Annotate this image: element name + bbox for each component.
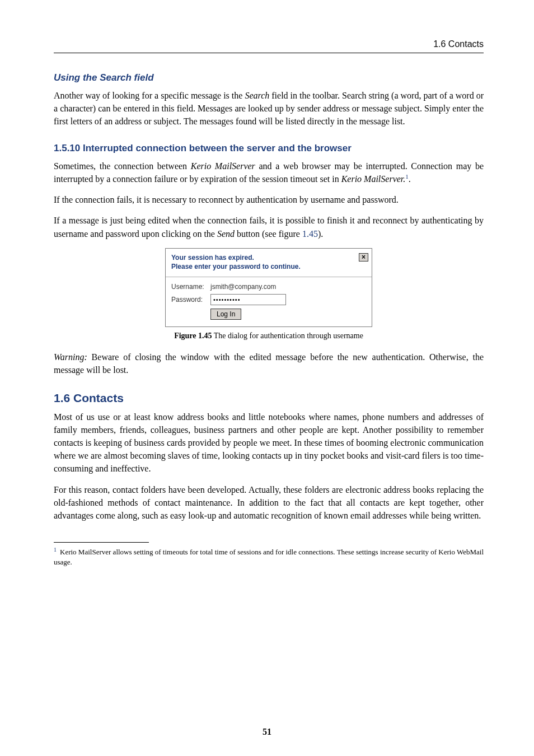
heading-using-search: Using the Search field (54, 72, 484, 83)
password-row: Password: (171, 294, 366, 305)
dialog-header: Your session has expired. Please enter y… (166, 249, 372, 277)
close-icon: × (362, 254, 366, 260)
para-interrupted-3: If a message is just being edited when t… (54, 214, 484, 240)
button-row: Log In (171, 309, 366, 320)
running-head: 1.6 Contacts (54, 39, 484, 53)
caption-text: The dialog for authentication through us… (212, 332, 363, 340)
para-warning: Warning: Beware of closing the window wi… (54, 351, 484, 376)
figure-ref[interactable]: 1.45 (302, 229, 318, 239)
text: button (see figure (235, 229, 302, 239)
heading-interrupted: 1.5.10 Interrupted connection between th… (54, 143, 484, 154)
password-input[interactable] (210, 294, 286, 305)
username-value: jsmith@company.com (210, 283, 276, 291)
page-number: 51 (0, 727, 534, 737)
em: Kerio MailServer. (341, 174, 406, 184)
footnote-number: 1 (54, 547, 57, 553)
warning-text: Beware of closing the window with the ed… (54, 352, 484, 375)
para-contacts-1: Most of us use or at least know address … (54, 410, 484, 475)
dialog-body: Username: jsmith@company.com Password: L… (166, 277, 372, 326)
footnote: 1Kerio MailServer allows setting of time… (54, 546, 484, 567)
username-row: Username: jsmith@company.com (171, 283, 366, 291)
text: ). (318, 229, 323, 239)
caption-label: Figure 1.45 (174, 332, 212, 340)
heading-contacts: 1.6 Contacts (54, 391, 484, 405)
text: . (409, 174, 411, 184)
footnote-rule (54, 542, 149, 543)
para-interrupted-2: If the connection fails, it is necessary… (54, 193, 484, 206)
para-interrupted-1: Sometimes, the connection between Kerio … (54, 160, 484, 186)
warning-label: Warning: (54, 352, 87, 362)
login-button[interactable]: Log In (210, 309, 241, 320)
para-search: Another way of looking for a specific me… (54, 89, 484, 128)
figure-caption: Figure 1.45 The dialog for authenticatio… (54, 332, 484, 340)
dialog-title-line2: Please enter your password to continue. (171, 263, 301, 270)
username-label: Username: (171, 283, 210, 291)
em: Kerio MailServer (191, 161, 255, 171)
em: Search (245, 91, 269, 100)
em: Send (217, 229, 235, 239)
para-contacts-2: For this reason, contact folders have be… (54, 483, 484, 522)
password-label: Password: (171, 296, 210, 304)
figure: Your session has expired. Please enter y… (54, 248, 484, 327)
text: Sometimes, the connection between (54, 161, 191, 171)
footnote-text: Kerio MailServer allows setting of timeo… (54, 548, 484, 566)
close-button[interactable]: × (359, 253, 368, 262)
session-expired-dialog: Your session has expired. Please enter y… (165, 248, 372, 327)
dialog-title: Your session has expired. Please enter y… (171, 253, 359, 271)
dialog-title-line1: Your session has expired. (171, 254, 254, 262)
text: Another way of looking for a specific me… (54, 91, 245, 100)
